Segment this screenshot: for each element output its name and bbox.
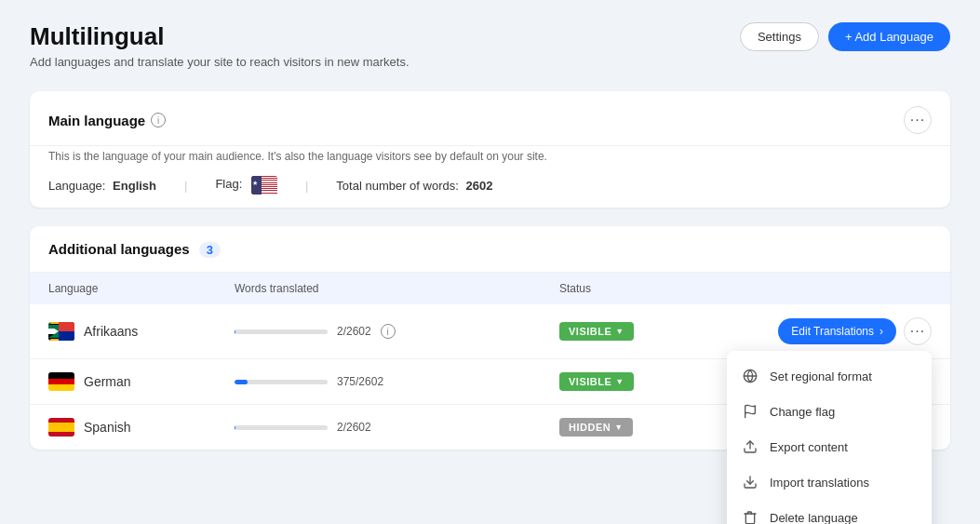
settings-button[interactable]: Settings (740, 22, 819, 51)
status-badge-german[interactable]: VISIBLE ▼ (559, 372, 634, 391)
status-cell-german: VISIBLE ▼ (559, 372, 745, 391)
language-label: Language: English (48, 179, 156, 193)
trash-icon (742, 509, 758, 524)
progress-bar-spanish (235, 425, 328, 430)
import-translations-item[interactable]: Import translations (727, 464, 932, 500)
delete-language-label: Delete language (770, 511, 858, 525)
additional-languages-title: Additional languages 3 (30, 226, 950, 273)
words-info: Total number of words: 2602 (336, 179, 492, 193)
progress-cell-spanish: 2/2602 (235, 421, 559, 434)
col-status: Status (559, 282, 745, 295)
afrikaans-dropdown-menu: Set regional format Change flag (727, 351, 932, 524)
afrikaans-name: Afrikaans (84, 324, 138, 339)
flag-info: Flag: ★ (215, 176, 277, 195)
words-value: 2602 (465, 179, 492, 193)
progress-bar-afrikaans (235, 329, 328, 334)
actions-cell-afrikaans: Edit Translations › ··· Set regional for… (745, 317, 932, 345)
table-header: Language Words translated Status (30, 273, 950, 304)
main-language-info-icon[interactable]: i (151, 113, 166, 128)
afrikaans-flag-icon (48, 322, 74, 341)
flag-icon (742, 403, 758, 420)
set-regional-format-item[interactable]: Set regional format (727, 358, 932, 394)
export-content-item[interactable]: Export content (727, 429, 932, 464)
import-translations-label: Import translations (770, 476, 869, 490)
main-language-card: Main language i ··· This is the language… (30, 91, 950, 208)
change-flag-item[interactable]: Change flag (727, 394, 932, 429)
col-words: Words translated (235, 282, 559, 295)
status-cell-afrikaans: VISIBLE ▼ (559, 322, 745, 341)
words-count-german: 375/2602 (337, 375, 383, 388)
separator-1: | (184, 179, 187, 193)
spanish-flag-icon (48, 418, 74, 437)
col-actions (745, 282, 932, 295)
arrow-right-icon: › (879, 325, 883, 338)
afrikaans-menu-button[interactable]: ··· (904, 317, 932, 345)
page-header: Multilingual Add languages and translate… (30, 22, 950, 69)
language-cell-german: German (48, 372, 235, 391)
main-language-info: Language: English | Flag: ★ | Total numb… (30, 163, 950, 208)
edit-translations-button-afrikaans[interactable]: Edit Translations › (778, 318, 896, 344)
separator-2: | (305, 179, 308, 193)
language-cell-afrikaans: Afrikaans (48, 322, 235, 341)
afrikaans-info-icon[interactable]: i (381, 324, 396, 339)
words-count-spanish: 2/2602 (337, 421, 371, 434)
add-language-button[interactable]: + Add Language (828, 22, 950, 51)
language-count-badge: 3 (199, 242, 221, 258)
german-flag-icon (48, 372, 74, 391)
main-language-menu-button[interactable]: ··· (904, 106, 932, 134)
progress-bar-german (235, 380, 328, 384)
globe-icon (742, 368, 758, 384)
import-icon (742, 474, 758, 490)
page-subtitle: Add languages and translate your site to… (30, 55, 409, 69)
table-row: Afrikaans 2/2602 i VISIBLE ▼ Edit Transl… (30, 304, 950, 359)
us-flag-icon: ★ (251, 177, 277, 191)
progress-fill-german (235, 380, 248, 384)
export-content-label: Export content (770, 440, 848, 454)
progress-cell-german: 375/2602 (235, 375, 559, 388)
progress-cell-afrikaans: 2/2602 i (235, 324, 559, 339)
col-language: Language (48, 282, 235, 295)
language-value: English (113, 179, 156, 193)
status-badge-spanish[interactable]: HIDDEN ▼ (559, 418, 633, 437)
export-icon (742, 438, 758, 455)
spanish-name: Spanish (84, 420, 131, 435)
additional-languages-card: Additional languages 3 Language Words tr… (30, 226, 950, 450)
language-cell-spanish: Spanish (48, 418, 235, 437)
main-language-header: Main language i ··· (30, 91, 950, 146)
header-left: Multilingual Add languages and translate… (30, 22, 409, 69)
main-language-desc: This is the language of your main audien… (30, 146, 950, 163)
header-actions: Settings + Add Language (740, 22, 950, 51)
main-language-title-group: Main language i (48, 113, 166, 128)
german-name: German (84, 374, 131, 389)
words-count-afrikaans: 2/2602 (337, 325, 371, 338)
set-regional-format-label: Set regional format (770, 369, 872, 383)
status-cell-spanish: HIDDEN ▼ (559, 418, 745, 437)
delete-language-item[interactable]: Delete language (727, 500, 932, 524)
status-badge-afrikaans[interactable]: VISIBLE ▼ (559, 322, 634, 341)
change-flag-label: Change flag (770, 405, 835, 419)
main-language-title: Main language (48, 113, 145, 128)
page-title: Multilingual (30, 22, 409, 51)
